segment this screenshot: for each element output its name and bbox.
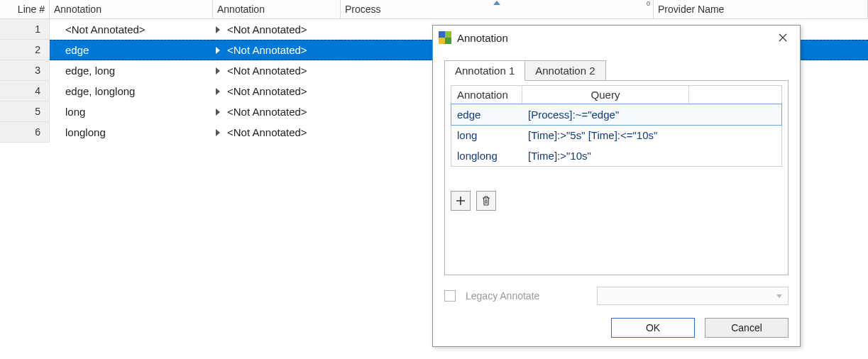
annotation-definition-row[interactable]: edge[Process]:~="edge" (451, 104, 781, 125)
ok-button[interactable]: OK (611, 318, 695, 338)
line-number: 4 (0, 81, 50, 101)
col-header-annotation-1[interactable]: Annotation (50, 0, 213, 19)
annotation-1-cell[interactable]: edge (50, 40, 213, 60)
legacy-annotate-combo[interactable] (597, 287, 789, 305)
annotation-2-cell[interactable]: <Not Annotated> (213, 60, 341, 81)
legacy-annotate-checkbox[interactable] (444, 290, 456, 302)
cancel-button[interactable]: Cancel (705, 318, 789, 338)
line-number: 6 (0, 122, 50, 143)
app-icon (439, 31, 451, 44)
line-number: 3 (0, 60, 50, 81)
anno-header-spacer (689, 86, 781, 104)
annotation-2-cell[interactable]: <Not Annotated> (213, 40, 341, 60)
add-annotation-button[interactable] (451, 191, 471, 211)
annotation-definition-row[interactable]: longlong[Time]:>"10s" (451, 145, 781, 166)
trash-icon (481, 196, 491, 206)
dialog-tabs: Annotation 1 Annotation 2 (444, 60, 789, 81)
annotation-dialog: Annotation Annotation 1 Annotation 2 Ann… (432, 25, 801, 347)
annotation-table[interactable]: Annotation Query edge[Process]:~="edge"l… (451, 85, 782, 167)
col-header-line[interactable]: Line # (0, 0, 50, 19)
expand-icon[interactable] (216, 67, 220, 74)
plus-icon (456, 196, 466, 206)
col-header-process-badge: 0 (647, 0, 650, 7)
annotation-2-text: <Not Annotated> (227, 44, 307, 56)
anno-header-name[interactable]: Annotation (451, 86, 522, 104)
col-header-annotation-2[interactable]: Annotation (213, 0, 341, 19)
annotation-2-cell[interactable]: <Not Annotated> (213, 122, 341, 143)
annotation-1-cell[interactable]: long (50, 101, 213, 122)
legacy-annotate-row: Legacy Annotate (444, 287, 789, 305)
col-header-process[interactable]: Process 0 (341, 0, 654, 19)
line-number: 1 (0, 19, 50, 40)
line-number: 2 (0, 40, 50, 60)
expand-icon[interactable] (216, 129, 220, 136)
col-header-provider[interactable]: Provider Name (654, 0, 868, 19)
annotation-tools (451, 191, 782, 211)
annotation-2-text: <Not Annotated> (227, 106, 307, 118)
annotation-2-cell[interactable]: <Not Annotated> (213, 19, 341, 40)
annotation-name-cell[interactable]: longlong (451, 148, 522, 164)
annotation-query-cell[interactable]: [Process]:~="edge" (522, 106, 781, 123)
col-header-process-label: Process (345, 4, 381, 15)
delete-annotation-button[interactable] (476, 191, 496, 211)
annotation-2-cell[interactable]: <Not Annotated> (213, 81, 341, 101)
dialog-titlebar[interactable]: Annotation (433, 26, 800, 50)
anno-header-query[interactable]: Query (522, 86, 689, 104)
close-button[interactable] (769, 28, 797, 48)
tab-annotation-1[interactable]: Annotation 1 (444, 60, 525, 81)
dialog-title: Annotation (457, 32, 769, 44)
annotation-2-text: <Not Annotated> (227, 65, 307, 77)
expand-icon[interactable] (216, 26, 220, 33)
annotation-table-header: Annotation Query (451, 86, 781, 104)
annotation-query-cell[interactable]: [Time]:>"5s" [Time]:<="10s" (522, 127, 781, 143)
line-number: 5 (0, 101, 50, 122)
tab-annotation-2[interactable]: Annotation 2 (524, 60, 605, 81)
annotation-definition-row[interactable]: long[Time]:>"5s" [Time]:<="10s" (451, 125, 781, 145)
annotation-1-cell[interactable]: edge, longlong (50, 81, 213, 101)
legacy-annotate-label: Legacy Annotate (466, 290, 539, 302)
annotation-1-cell[interactable]: longlong (50, 122, 213, 143)
tab-panel: Annotation Query edge[Process]:~="edge"l… (444, 81, 789, 275)
annotation-2-text: <Not Annotated> (227, 85, 307, 97)
expand-icon[interactable] (216, 47, 220, 54)
annotation-2-text: <Not Annotated> (227, 126, 307, 138)
annotation-1-cell[interactable]: edge, long (50, 60, 213, 81)
annotation-1-cell[interactable]: <Not Annotated> (50, 19, 213, 40)
expand-icon[interactable] (216, 88, 220, 95)
close-icon (779, 33, 787, 42)
annotation-2-text: <Not Annotated> (227, 23, 307, 35)
annotation-2-cell[interactable]: <Not Annotated> (213, 101, 341, 122)
expand-icon[interactable] (216, 109, 220, 116)
annotation-name-cell[interactable]: long (451, 127, 522, 143)
dialog-buttons: OK Cancel (444, 318, 789, 338)
annotation-name-cell[interactable]: edge (451, 106, 522, 123)
grid-header: Line # Annotation Annotation Process 0 P… (0, 0, 868, 19)
sort-ascending-icon (493, 1, 500, 5)
annotation-query-cell[interactable]: [Time]:>"10s" (522, 148, 781, 164)
